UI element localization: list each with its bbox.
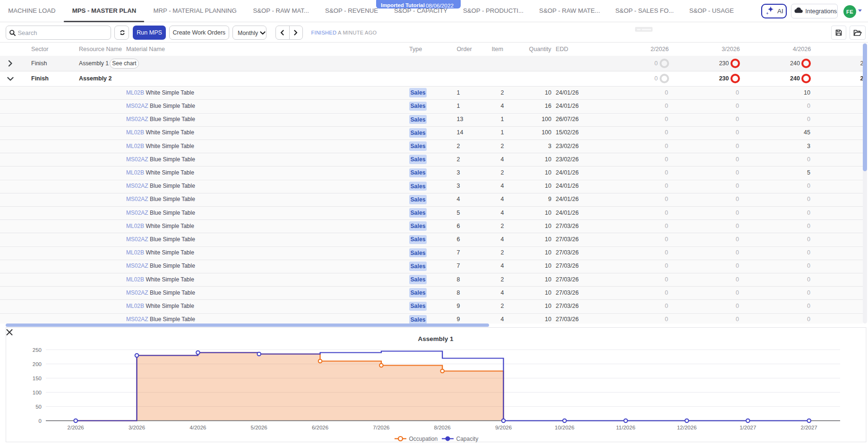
svg-text:150: 150	[33, 376, 42, 381]
svg-text:7/2026: 7/2026	[373, 425, 389, 430]
svg-text:Occupation: Occupation	[409, 436, 438, 442]
svg-text:8/2026: 8/2026	[434, 425, 451, 430]
svg-text:6/2026: 6/2026	[312, 425, 328, 430]
svg-text:200: 200	[33, 361, 42, 367]
svg-text:2/2026: 2/2026	[68, 425, 84, 430]
svg-text:11/2026: 11/2026	[616, 425, 636, 430]
svg-text:Assembly 1: Assembly 1	[418, 335, 454, 342]
svg-text:3/2026: 3/2026	[129, 425, 145, 430]
svg-text:4/2026: 4/2026	[189, 425, 206, 430]
svg-text:100: 100	[33, 390, 42, 395]
svg-text:Capacity: Capacity	[456, 436, 479, 442]
svg-text:1/2027: 1/2027	[739, 425, 756, 430]
svg-text:2/2027: 2/2027	[801, 425, 817, 430]
svg-text:5/2026: 5/2026	[251, 425, 267, 430]
svg-text:10/2026: 10/2026	[555, 425, 575, 430]
svg-text:50: 50	[35, 404, 42, 410]
svg-text:0: 0	[39, 418, 42, 424]
svg-text:12/2026: 12/2026	[677, 425, 697, 430]
svg-text:9/2026: 9/2026	[495, 425, 512, 430]
svg-text:250: 250	[33, 347, 42, 353]
